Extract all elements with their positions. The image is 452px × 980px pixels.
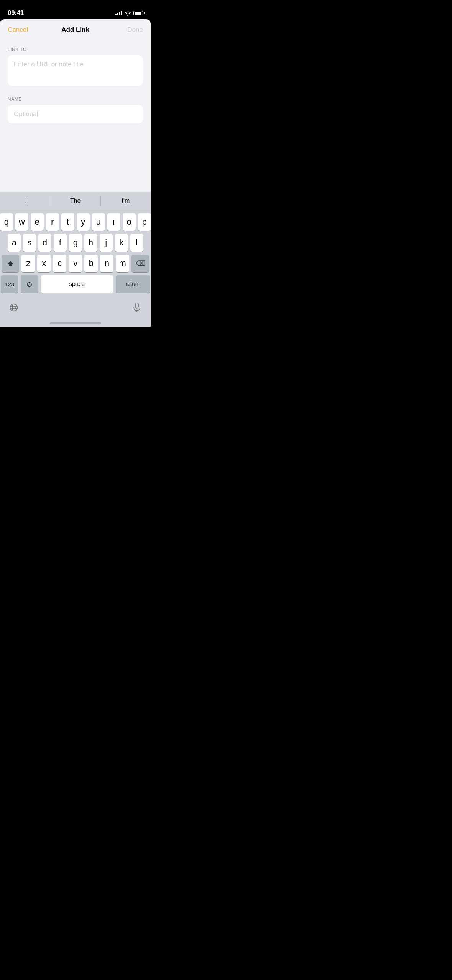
key-x[interactable]: x: [37, 255, 51, 272]
globe-button[interactable]: [5, 299, 22, 316]
link-to-placeholder: Enter a URL or note title: [14, 61, 84, 68]
key-h[interactable]: h: [84, 234, 97, 252]
key-l[interactable]: l: [130, 234, 143, 252]
keyboard-rows: q w e r t y u i o p a s d f g h j k: [0, 210, 151, 298]
nav-bar: Cancel Add Link Done: [0, 19, 151, 41]
key-w[interactable]: w: [15, 213, 28, 231]
key-y[interactable]: y: [77, 213, 90, 231]
key-e[interactable]: e: [31, 213, 44, 231]
status-bar: 09:41: [0, 0, 151, 21]
key-q[interactable]: q: [0, 213, 13, 231]
form-content: LINK TO Enter a URL or note title NAME O…: [0, 41, 151, 140]
nav-title: Add Link: [61, 26, 89, 34]
key-d[interactable]: d: [38, 234, 51, 252]
autocomplete-item-1[interactable]: I: [0, 197, 50, 204]
wifi-icon: [125, 11, 131, 16]
name-label: NAME: [8, 97, 143, 102]
key-k[interactable]: k: [115, 234, 128, 252]
key-row-4: 123 ☺ space return: [2, 275, 149, 293]
key-g[interactable]: g: [69, 234, 82, 252]
key-b[interactable]: b: [84, 255, 98, 272]
globe-icon: [9, 303, 18, 312]
link-to-label: LINK TO: [8, 47, 143, 52]
emoji-key[interactable]: ☺: [21, 275, 38, 293]
name-input[interactable]: Optional: [8, 105, 143, 123]
mic-button[interactable]: [128, 299, 145, 316]
key-a[interactable]: a: [8, 234, 21, 252]
key-o[interactable]: o: [123, 213, 136, 231]
space-key[interactable]: space: [41, 275, 113, 293]
key-v[interactable]: v: [69, 255, 82, 272]
key-j[interactable]: j: [100, 234, 113, 252]
link-to-input[interactable]: Enter a URL or note title: [8, 55, 143, 86]
backspace-icon: ⌫: [136, 259, 145, 268]
key-row-3: z x c v b n m ⌫: [2, 255, 149, 272]
cancel-button[interactable]: Cancel: [8, 26, 28, 34]
key-c[interactable]: c: [53, 255, 66, 272]
key-row-2: a s d f g h j k l: [2, 234, 149, 252]
modal-sheet: Cancel Add Link Done LINK TO Enter a URL…: [0, 19, 151, 327]
svg-point-1: [12, 304, 15, 311]
done-button[interactable]: Done: [127, 26, 143, 34]
shift-key[interactable]: [2, 255, 19, 272]
key-n[interactable]: n: [100, 255, 113, 272]
key-u[interactable]: u: [92, 213, 105, 231]
status-icons: [115, 11, 143, 16]
autocomplete-item-2[interactable]: The: [50, 197, 100, 204]
key-m[interactable]: m: [116, 255, 129, 272]
bottom-accessories: [0, 298, 151, 327]
mic-icon: [133, 303, 141, 312]
backspace-key[interactable]: ⌫: [131, 255, 149, 272]
key-i[interactable]: i: [107, 213, 120, 231]
key-s[interactable]: s: [23, 234, 36, 252]
return-key[interactable]: return: [116, 275, 150, 293]
home-indicator: [50, 322, 101, 324]
key-r[interactable]: r: [46, 213, 59, 231]
svg-point-0: [10, 304, 18, 311]
autocomplete-bar: I The I'm: [0, 192, 151, 210]
status-time: 09:41: [8, 9, 24, 17]
key-f[interactable]: f: [54, 234, 67, 252]
battery-icon: [133, 11, 143, 15]
svg-rect-4: [135, 303, 138, 308]
numbers-key[interactable]: 123: [1, 275, 18, 293]
signal-icon: [115, 11, 122, 15]
autocomplete-item-3[interactable]: I'm: [101, 197, 151, 204]
shift-icon: [7, 261, 13, 266]
name-placeholder: Optional: [14, 110, 38, 118]
emoji-icon: ☺: [26, 280, 33, 289]
key-t[interactable]: t: [61, 213, 74, 231]
key-p[interactable]: p: [138, 213, 151, 231]
keyboard: I The I'm q w e r t y u i o: [0, 192, 151, 327]
key-z[interactable]: z: [21, 255, 35, 272]
key-row-1: q w e r t y u i o p: [2, 213, 149, 231]
